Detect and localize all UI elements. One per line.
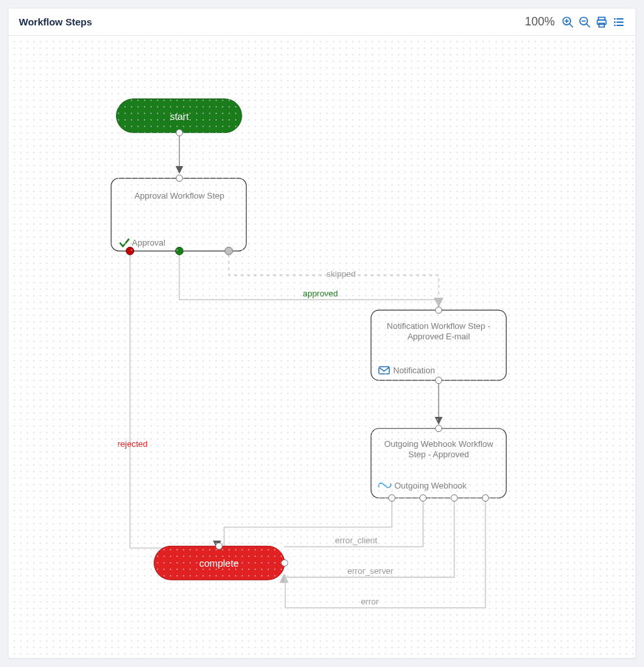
port-complete-in-top[interactable] xyxy=(216,543,222,549)
workflow-svg: approved skipped rejected error_client e… xyxy=(8,36,636,658)
port-notification-out[interactable] xyxy=(436,377,442,384)
port-approval-approved[interactable] xyxy=(175,247,183,255)
zoom-level: 100% xyxy=(525,15,555,29)
diagram-canvas[interactable]: approved skipped rejected error_client e… xyxy=(8,36,636,658)
panel-header: Workflow Steps 100% xyxy=(8,8,636,36)
svg-point-12 xyxy=(614,24,616,26)
workflow-panel: Workflow Steps 100% xyxy=(8,8,636,659)
port-webhook-out-error-client[interactable] xyxy=(420,495,427,502)
toolbar: 100% xyxy=(525,15,625,29)
port-approval-in[interactable] xyxy=(176,175,182,182)
node-notification-type: Notification xyxy=(393,365,435,375)
node-approval-type: Approval xyxy=(132,238,165,248)
node-notification-title1: Notification Workflow Step - xyxy=(387,321,490,331)
node-start-label: start xyxy=(170,111,189,122)
zoom-in-icon xyxy=(561,16,574,29)
list-button[interactable] xyxy=(612,16,625,29)
node-webhook[interactable]: Outgoing Webhook Workflow Step - Approve… xyxy=(371,425,507,502)
node-complete-label: complete xyxy=(199,558,239,569)
node-notification[interactable]: Notification Workflow Step - Approved E-… xyxy=(371,307,507,384)
zoom-out-button[interactable] xyxy=(578,16,591,29)
edge-label-error-server: error_server xyxy=(348,566,394,576)
node-webhook-title1: Outgoing Webhook Workflow xyxy=(384,439,494,449)
node-notification-title2: Approved E-mail xyxy=(408,332,470,341)
edge-error xyxy=(285,500,485,608)
edge-label-rejected: rejected xyxy=(118,439,148,449)
zoom-out-icon xyxy=(578,16,591,29)
port-complete-in-right[interactable] xyxy=(281,560,288,566)
node-approval-title: Approval Workflow Step xyxy=(134,191,224,201)
edge-label-error-client: error_client xyxy=(335,535,377,545)
svg-point-10 xyxy=(614,18,616,20)
edge-label-skipped: skipped xyxy=(327,269,356,279)
print-button[interactable] xyxy=(595,16,608,29)
panel-title: Workflow Steps xyxy=(19,16,92,27)
port-webhook-out-success[interactable] xyxy=(389,495,395,502)
port-webhook-out-error[interactable] xyxy=(482,495,488,502)
port-approval-rejected[interactable] xyxy=(126,247,134,255)
svg-line-5 xyxy=(587,23,590,27)
svg-point-11 xyxy=(614,21,616,23)
node-start[interactable]: start xyxy=(117,99,242,136)
port-notification-in[interactable] xyxy=(436,307,442,313)
node-webhook-type: Outgoing Webhook xyxy=(395,481,467,490)
port-start-out[interactable] xyxy=(176,130,182,136)
port-approval-skipped[interactable] xyxy=(225,247,232,255)
port-webhook-out-error-server[interactable] xyxy=(451,495,458,502)
zoom-in-button[interactable] xyxy=(561,16,574,29)
edge-label-error: error xyxy=(361,597,379,606)
node-approval[interactable]: Approval Workflow Step Approval xyxy=(111,175,247,255)
list-icon xyxy=(612,16,625,29)
node-complete[interactable]: complete xyxy=(154,543,288,580)
print-icon xyxy=(595,16,608,29)
svg-line-1 xyxy=(570,23,573,27)
port-webhook-in[interactable] xyxy=(436,425,442,432)
node-webhook-title2: Step - Approved xyxy=(408,449,469,459)
edge-label-approved: approved xyxy=(303,289,338,298)
